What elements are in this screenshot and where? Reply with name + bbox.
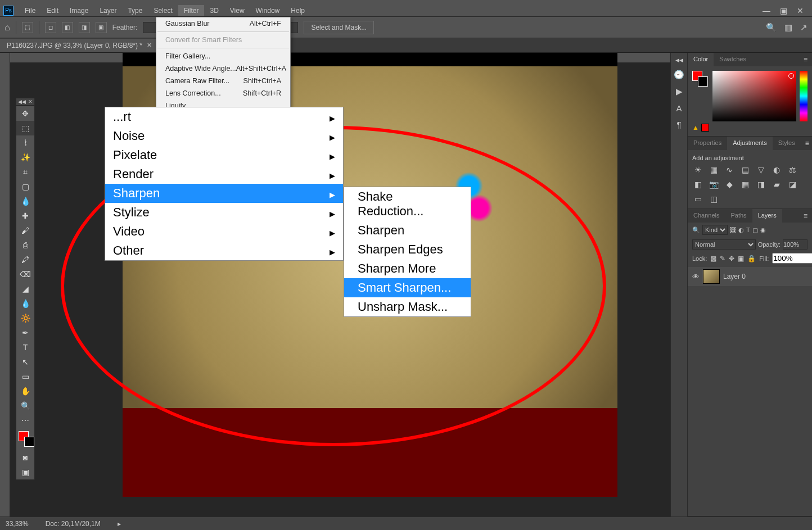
filter-sharpen[interactable]: Sharpen xyxy=(105,184,343,203)
lock-brush-icon[interactable]: ✎ xyxy=(720,255,725,262)
home-icon[interactable]: ⌂ xyxy=(4,22,10,33)
tab-properties[interactable]: Properties xyxy=(688,137,727,150)
photo-filter-icon[interactable]: 📷 xyxy=(708,179,719,189)
hand-tool[interactable]: ✋ xyxy=(16,384,34,398)
lock-move-icon[interactable]: ✥ xyxy=(729,255,734,262)
vibrance-icon[interactable]: ▽ xyxy=(755,165,766,175)
levels-icon[interactable]: ▦ xyxy=(708,165,719,175)
filter-smart-icon[interactable]: ◉ xyxy=(760,227,766,234)
search-icon[interactable]: 🔍 xyxy=(766,22,777,33)
history-icon[interactable]: 🕘 xyxy=(674,70,684,80)
document-tab-active[interactable]: P1160237.JPG @ 33,3% (Layer 0, RGB/8*) *… xyxy=(0,39,159,52)
menu-select[interactable]: Select xyxy=(148,5,178,16)
bw-icon[interactable]: ◧ xyxy=(692,179,703,189)
gamut-warning-icon[interactable]: ▲ xyxy=(692,124,699,132)
curves-icon[interactable]: ∿ xyxy=(724,165,735,175)
layer-row[interactable]: 👁 Layer 0 xyxy=(688,267,812,286)
filter-convert-smart[interactable]: Convert for Smart Filters xyxy=(156,34,290,46)
filter-camera-raw[interactable]: Camera Raw Filter...Shift+Ctrl+A xyxy=(156,75,290,87)
menu-image[interactable]: Image xyxy=(64,5,94,16)
character-icon[interactable]: A xyxy=(676,103,682,113)
posterize-icon[interactable]: ▰ xyxy=(771,179,782,189)
fill-input[interactable] xyxy=(772,253,812,264)
close-tab-icon[interactable]: ✕ xyxy=(147,42,152,49)
filter-image-icon[interactable]: 🖼 xyxy=(730,227,736,233)
stamp-tool[interactable]: ⎙ xyxy=(16,238,34,252)
blend-mode-select[interactable]: Normal xyxy=(692,239,756,250)
filter-gallery[interactable]: Filter Gallery... xyxy=(156,50,290,62)
filter-pixelate[interactable]: Pixelate xyxy=(105,146,343,165)
gradient-map-icon[interactable]: ▭ xyxy=(692,194,703,204)
tab-paths[interactable]: Paths xyxy=(725,209,752,223)
layer-thumbnail[interactable] xyxy=(703,269,720,284)
tab-swatches[interactable]: Swatches xyxy=(714,53,752,66)
sharpen-edges[interactable]: Sharpen Edges xyxy=(344,240,471,259)
smart-sharpen[interactable]: Smart Sharpen... xyxy=(344,278,471,297)
filter-adaptive-wide[interactable]: Adaptive Wide Angle...Alt+Shift+Ctrl+A xyxy=(156,62,290,75)
new-selection-icon[interactable]: ◻ xyxy=(45,22,56,33)
zoom-level[interactable]: 33,33% xyxy=(6,520,29,528)
color-field[interactable] xyxy=(712,71,796,121)
filter-stylize[interactable]: Stylize xyxy=(105,203,343,222)
threshold-icon[interactable]: ◪ xyxy=(787,179,798,189)
toolbox-close-icon[interactable]: ✕ xyxy=(28,99,33,105)
filter-video[interactable]: Video xyxy=(105,222,343,241)
menu-type[interactable]: Type xyxy=(122,5,148,16)
sharpen-shake-reduction[interactable]: Shake Reduction... xyxy=(344,187,471,221)
filter-distort[interactable]: ...rt xyxy=(105,107,343,126)
toolbox-collapse-icon[interactable]: ◀◀ xyxy=(18,99,26,105)
marquee-tool[interactable]: ⬚ xyxy=(16,121,34,135)
menu-help[interactable]: Help xyxy=(285,5,310,16)
filter-shape-icon[interactable]: ▢ xyxy=(752,227,758,234)
add-selection-icon[interactable]: ◧ xyxy=(62,22,73,33)
lock-artboard-icon[interactable]: ▣ xyxy=(738,255,744,262)
layer-filter-select[interactable]: Kind xyxy=(702,225,728,235)
pen-tool[interactable]: ✒ xyxy=(16,325,34,340)
panel-menu-icon[interactable]: ≡ xyxy=(801,137,812,150)
sharpen-more[interactable]: Sharpen More xyxy=(344,259,471,278)
tab-color[interactable]: Color xyxy=(688,53,714,66)
selective-color-icon[interactable]: ◫ xyxy=(708,194,719,204)
hue-icon[interactable]: ◐ xyxy=(771,165,782,175)
panel-menu-icon[interactable]: ≡ xyxy=(799,53,812,66)
sharpen-basic[interactable]: Sharpen xyxy=(344,221,471,240)
color-swatch-pair[interactable] xyxy=(692,71,709,88)
close-icon[interactable]: ✕ xyxy=(792,6,809,15)
filter-adjust-icon[interactable]: ◐ xyxy=(738,227,744,234)
visibility-icon[interactable]: 👁 xyxy=(692,273,700,281)
lasso-tool[interactable]: ⌇ xyxy=(16,135,34,150)
status-arrow-icon[interactable]: ▸ xyxy=(118,520,121,528)
move-tool[interactable]: ✥ xyxy=(16,106,34,121)
tab-adjustments[interactable]: Adjustments xyxy=(727,137,773,150)
lock-all-icon[interactable]: 🔒 xyxy=(747,255,756,262)
invert-icon[interactable]: ◨ xyxy=(755,179,766,189)
menu-layer[interactable]: Layer xyxy=(94,5,122,16)
menu-edit[interactable]: Edit xyxy=(41,5,64,16)
play-icon[interactable]: ▶ xyxy=(676,87,683,97)
lookup-icon[interactable]: ▦ xyxy=(739,179,751,189)
share-icon[interactable]: ↗ xyxy=(800,22,808,33)
hue-slider[interactable] xyxy=(800,71,808,121)
eraser-tool[interactable]: ⌫ xyxy=(16,267,34,282)
magic-wand-tool[interactable]: ✨ xyxy=(16,150,34,165)
blur-tool[interactable]: 💧 xyxy=(16,296,34,311)
brightness-icon[interactable]: ☀ xyxy=(692,165,703,175)
gradient-tool[interactable]: ◢ xyxy=(16,282,34,296)
opacity-input[interactable] xyxy=(783,239,808,250)
crop-tool[interactable]: ⌗ xyxy=(16,165,34,179)
channel-mixer-icon[interactable]: ◆ xyxy=(724,179,735,189)
healing-tool[interactable]: ✚ xyxy=(16,209,34,223)
layer-name[interactable]: Layer 0 xyxy=(723,273,746,280)
balance-icon[interactable]: ⚖ xyxy=(787,165,798,175)
tab-styles[interactable]: Styles xyxy=(773,137,801,150)
menu-view[interactable]: View xyxy=(224,5,250,16)
path-tool[interactable]: ↖ xyxy=(16,355,34,369)
paragraph-icon[interactable]: ¶ xyxy=(676,120,681,129)
doc-size[interactable]: Doc: 20,1M/20,1M xyxy=(46,520,101,528)
shape-tool[interactable]: ▭ xyxy=(16,369,34,384)
history-brush-tool[interactable]: 🖍 xyxy=(16,252,34,267)
filter-render[interactable]: Render xyxy=(105,165,343,184)
filter-other[interactable]: Other xyxy=(105,241,343,260)
maximize-icon[interactable]: ▣ xyxy=(775,6,792,15)
type-tool[interactable]: T xyxy=(16,340,34,355)
